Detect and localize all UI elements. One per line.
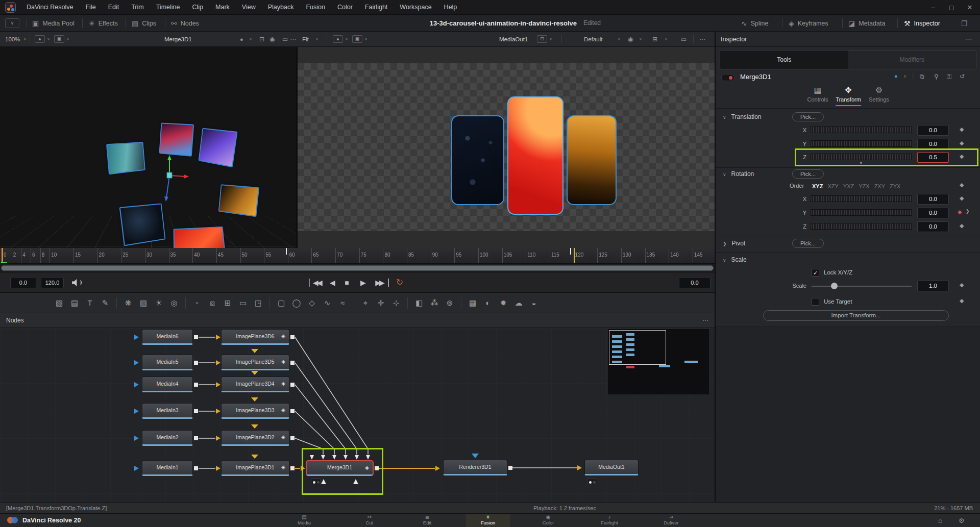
node-mediain3[interactable]: MediaIn3 — [142, 403, 193, 419]
tab-tools[interactable]: Tools — [720, 51, 848, 69]
wave-mask-icon[interactable]: ≈ — [336, 297, 349, 309]
translation-section-header[interactable]: ∨Translation — [723, 113, 762, 120]
stop-button[interactable]: ■ — [341, 276, 351, 289]
keyframes-toggle[interactable]: ◈ Keyframes — [789, 15, 828, 32]
menu-clip[interactable]: Clip — [192, 0, 204, 15]
node-graph[interactable]: MediaIn6ImagePlane3D6◈MediaIn5ImagePlane… — [0, 328, 715, 502]
imageplane3d-tool-icon[interactable]: ▦ — [467, 297, 479, 309]
pin-icon[interactable]: ⚲ — [934, 73, 939, 80]
menu-playback[interactable]: Playback — [268, 0, 294, 15]
scale-slider[interactable] — [812, 286, 912, 287]
scale-keyframe-icon[interactable]: ◆ — [960, 282, 964, 288]
loop-button[interactable]: ↻ — [394, 276, 405, 289]
rotation-y-field[interactable]: 0.0 — [917, 208, 949, 218]
rotation-section-header[interactable]: ∨Rotation — [723, 170, 754, 178]
carousel-image-right[interactable] — [567, 115, 617, 205]
page-color[interactable]: ◉Color — [526, 514, 570, 527]
ellipse-mask-icon[interactable]: ◯ — [290, 297, 303, 309]
menu-edit[interactable]: Edit — [108, 0, 119, 15]
lock-icon[interactable]: ⚿ — [947, 73, 951, 80]
import-transform-button[interactable]: Import Transform... — [763, 310, 949, 321]
node-renderer3d1[interactable]: Renderer3D1 — [443, 460, 507, 475]
menu-color[interactable]: Color — [337, 0, 353, 15]
tracker-tool-icon[interactable]: ⌖ — [359, 297, 372, 309]
color-tool-icon[interactable]: ◎ — [168, 297, 180, 309]
right-viewer-view-button[interactable]: ⊡ — [537, 35, 547, 43]
go-to-start-button[interactable]: ▏◀◀ — [306, 276, 324, 289]
maximize-button[interactable]: ▢ — [944, 0, 959, 15]
camera3d-tool-icon[interactable]: ◒ — [528, 297, 540, 309]
scale-section-header[interactable]: ∨Scale — [723, 256, 747, 263]
node-enable-toggle[interactable] — [721, 74, 734, 81]
menu-fairlight[interactable]: Fairlight — [365, 0, 387, 15]
rotation-order-xyz[interactable]: XYZ — [812, 183, 823, 189]
use-target-keyframe-icon[interactable]: ◆ — [960, 297, 964, 304]
home-icon[interactable]: ⌂ — [938, 514, 942, 527]
right-viewer-gamut-icon[interactable]: ◉ — [628, 32, 633, 47]
dve-tool-icon[interactable]: ◳ — [252, 297, 264, 309]
crop-tool-icon[interactable]: ⧈ — [206, 297, 218, 309]
rotation-order-zxy[interactable]: ZXY — [874, 183, 885, 189]
translation-x-slider[interactable] — [810, 127, 912, 133]
transform-gizmo[interactable]: Y — [0, 47, 296, 248]
spline-toggle[interactable]: ∿ Spline — [741, 15, 768, 32]
collapse-ui-button[interactable]: ∨ — [5, 18, 19, 28]
scale-field[interactable]: 1.0 — [917, 281, 949, 291]
menu-help[interactable]: Help — [444, 0, 457, 15]
bspline-mask-icon[interactable]: ∿ — [321, 297, 333, 309]
page-edit[interactable]: ≣Edit — [405, 514, 449, 527]
stabilizer-tool-icon[interactable]: ⊹ — [390, 297, 402, 309]
right-viewer-options-icon[interactable]: ⋯ — [699, 32, 705, 47]
text-plus-tool-icon[interactable]: T — [84, 297, 96, 309]
node-imageplane3d3[interactable]: ImagePlane3D3◈ — [221, 403, 289, 419]
menu-davinci-resolve[interactable]: DaVinci Resolve — [27, 0, 73, 15]
rotation-z-field[interactable]: 0.0 — [917, 221, 949, 232]
menu-workspace[interactable]: Workspace — [400, 0, 431, 15]
translation-y-keyframe-icon[interactable]: ◆ — [960, 140, 964, 146]
node-mediain5[interactable]: MediaIn5 — [142, 355, 193, 370]
carousel-image-left[interactable] — [451, 115, 504, 205]
node-mediaout1[interactable]: MediaOut1 — [584, 460, 639, 475]
background-tool-icon[interactable]: ▧ — [53, 297, 65, 309]
node-mediain6[interactable]: MediaIn6 — [142, 329, 193, 345]
light3d-tool-icon[interactable]: ✹ — [497, 297, 509, 309]
audio-mute-button[interactable] — [72, 279, 79, 286]
menu-timeline[interactable]: Timeline — [156, 0, 180, 15]
page-fusion[interactable]: ✳Fusion — [466, 514, 510, 527]
paint-tool-icon[interactable]: ✎ — [99, 297, 111, 309]
step-back-button[interactable]: ◀ — [327, 276, 337, 289]
rotation-z-slider[interactable] — [810, 223, 912, 230]
right-output-viewport[interactable] — [298, 47, 715, 248]
fog3d-tool-icon[interactable]: ☁ — [512, 297, 525, 309]
node-imageplane3d2[interactable]: ImagePlane3D2◈ — [221, 430, 289, 446]
rotation-pick-button[interactable]: Pick... — [792, 169, 824, 179]
left-3d-viewport[interactable]: Y Perspective — [0, 47, 296, 248]
right-viewer-zoom-select[interactable]: Fit — [302, 32, 309, 47]
versions-icon[interactable]: ⧉ — [920, 73, 924, 80]
rotation-order-keyframe-icon[interactable]: ◆ — [960, 182, 964, 188]
translation-y-slider[interactable] — [810, 140, 912, 147]
left-viewer-zoom-select[interactable]: 100% — [5, 32, 20, 47]
matte-control-tool-icon[interactable]: ▨ — [137, 297, 150, 309]
close-button[interactable]: ✕ — [962, 0, 977, 15]
pivot-section-header[interactable]: ❯Pivot — [723, 240, 745, 247]
rotation-order-yzx[interactable]: YZX — [859, 183, 869, 189]
node-color-dot-icon[interactable]: ● — [894, 73, 898, 79]
use-target-checkbox[interactable] — [812, 298, 819, 306]
nodes-options-icon[interactable]: ⋯ — [702, 313, 708, 328]
media-pool-toggle[interactable]: ▣ Media Pool — [32, 15, 75, 32]
shape3d-tool-icon[interactable]: ◐ — [482, 297, 494, 309]
page-media[interactable]: ▤Media — [282, 514, 326, 527]
rotation-y-next-keyframe-icon[interactable]: ❯ — [966, 209, 970, 214]
rotation-order-yxz[interactable]: YXZ — [843, 183, 854, 189]
node-merge3d1[interactable]: Merge3D1◈ — [306, 460, 374, 476]
fast-noise-tool-icon[interactable]: ❋ — [122, 297, 134, 309]
left-viewer-split-icon[interactable]: ⊡ — [259, 32, 264, 47]
right-viewer-grid-icon[interactable]: ⊞ — [652, 32, 657, 47]
translation-y-field[interactable]: 0.0 — [917, 139, 949, 149]
rotation-x-field[interactable]: 0.0 — [917, 194, 949, 205]
panel-layout-button[interactable]: ❐ — [961, 15, 968, 32]
gear-icon[interactable]: ⚙ — [959, 514, 965, 527]
translation-z-keyframe-icon[interactable]: ◆ — [960, 153, 964, 160]
lock-xyz-checkbox[interactable]: ✓ — [812, 269, 819, 277]
